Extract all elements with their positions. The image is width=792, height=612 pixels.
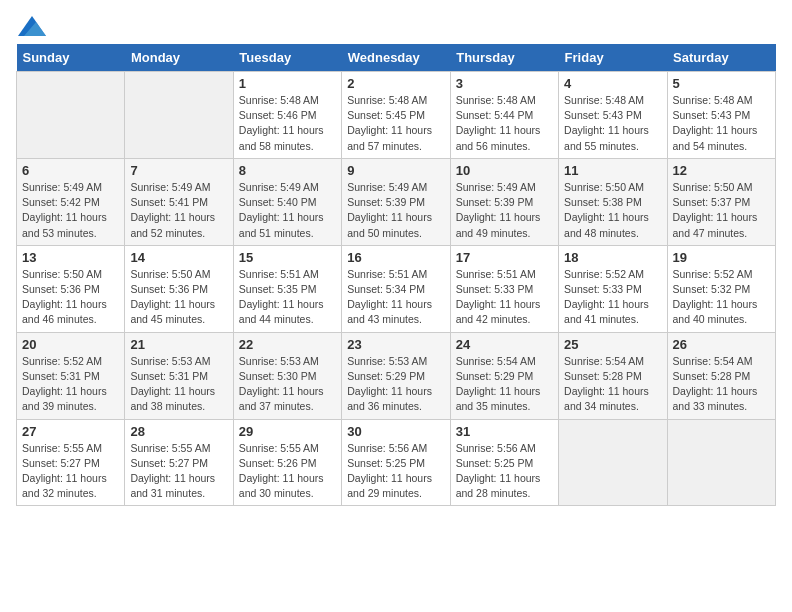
day-number: 11 [564,163,661,178]
day-info: Sunrise: 5:49 AM Sunset: 5:39 PM Dayligh… [347,180,444,241]
weekday-header-saturday: Saturday [667,44,775,72]
day-number: 1 [239,76,336,91]
weekday-header-thursday: Thursday [450,44,558,72]
day-number: 19 [673,250,770,265]
calendar-cell: 21Sunrise: 5:53 AM Sunset: 5:31 PM Dayli… [125,332,233,419]
calendar-cell [17,72,125,159]
day-number: 21 [130,337,227,352]
day-info: Sunrise: 5:49 AM Sunset: 5:40 PM Dayligh… [239,180,336,241]
day-info: Sunrise: 5:53 AM Sunset: 5:29 PM Dayligh… [347,354,444,415]
day-number: 23 [347,337,444,352]
calendar-cell: 11Sunrise: 5:50 AM Sunset: 5:38 PM Dayli… [559,158,667,245]
calendar-cell: 2Sunrise: 5:48 AM Sunset: 5:45 PM Daylig… [342,72,450,159]
day-info: Sunrise: 5:55 AM Sunset: 5:27 PM Dayligh… [130,441,227,502]
day-info: Sunrise: 5:52 AM Sunset: 5:32 PM Dayligh… [673,267,770,328]
calendar-cell: 3Sunrise: 5:48 AM Sunset: 5:44 PM Daylig… [450,72,558,159]
day-number: 10 [456,163,553,178]
day-number: 16 [347,250,444,265]
day-info: Sunrise: 5:48 AM Sunset: 5:43 PM Dayligh… [564,93,661,154]
weekday-header-row: SundayMondayTuesdayWednesdayThursdayFrid… [17,44,776,72]
calendar-cell: 29Sunrise: 5:55 AM Sunset: 5:26 PM Dayli… [233,419,341,506]
day-info: Sunrise: 5:51 AM Sunset: 5:33 PM Dayligh… [456,267,553,328]
day-info: Sunrise: 5:52 AM Sunset: 5:31 PM Dayligh… [22,354,119,415]
day-info: Sunrise: 5:52 AM Sunset: 5:33 PM Dayligh… [564,267,661,328]
week-row-5: 27Sunrise: 5:55 AM Sunset: 5:27 PM Dayli… [17,419,776,506]
calendar-cell: 22Sunrise: 5:53 AM Sunset: 5:30 PM Dayli… [233,332,341,419]
day-info: Sunrise: 5:50 AM Sunset: 5:36 PM Dayligh… [130,267,227,328]
calendar-cell: 16Sunrise: 5:51 AM Sunset: 5:34 PM Dayli… [342,245,450,332]
calendar-cell: 15Sunrise: 5:51 AM Sunset: 5:35 PM Dayli… [233,245,341,332]
day-info: Sunrise: 5:48 AM Sunset: 5:43 PM Dayligh… [673,93,770,154]
day-info: Sunrise: 5:50 AM Sunset: 5:38 PM Dayligh… [564,180,661,241]
day-info: Sunrise: 5:49 AM Sunset: 5:42 PM Dayligh… [22,180,119,241]
day-info: Sunrise: 5:50 AM Sunset: 5:36 PM Dayligh… [22,267,119,328]
week-row-3: 13Sunrise: 5:50 AM Sunset: 5:36 PM Dayli… [17,245,776,332]
calendar-cell: 10Sunrise: 5:49 AM Sunset: 5:39 PM Dayli… [450,158,558,245]
calendar-cell: 18Sunrise: 5:52 AM Sunset: 5:33 PM Dayli… [559,245,667,332]
calendar-cell: 26Sunrise: 5:54 AM Sunset: 5:28 PM Dayli… [667,332,775,419]
calendar-cell: 5Sunrise: 5:48 AM Sunset: 5:43 PM Daylig… [667,72,775,159]
calendar-cell [559,419,667,506]
day-info: Sunrise: 5:53 AM Sunset: 5:31 PM Dayligh… [130,354,227,415]
day-number: 17 [456,250,553,265]
day-number: 25 [564,337,661,352]
day-info: Sunrise: 5:50 AM Sunset: 5:37 PM Dayligh… [673,180,770,241]
day-number: 22 [239,337,336,352]
day-number: 2 [347,76,444,91]
weekday-header-monday: Monday [125,44,233,72]
day-number: 15 [239,250,336,265]
week-row-2: 6Sunrise: 5:49 AM Sunset: 5:42 PM Daylig… [17,158,776,245]
calendar-cell: 28Sunrise: 5:55 AM Sunset: 5:27 PM Dayli… [125,419,233,506]
calendar-cell: 27Sunrise: 5:55 AM Sunset: 5:27 PM Dayli… [17,419,125,506]
day-info: Sunrise: 5:56 AM Sunset: 5:25 PM Dayligh… [347,441,444,502]
day-number: 4 [564,76,661,91]
calendar-cell: 25Sunrise: 5:54 AM Sunset: 5:28 PM Dayli… [559,332,667,419]
day-number: 13 [22,250,119,265]
weekday-header-wednesday: Wednesday [342,44,450,72]
day-number: 27 [22,424,119,439]
logo [16,16,46,32]
calendar-cell: 30Sunrise: 5:56 AM Sunset: 5:25 PM Dayli… [342,419,450,506]
weekday-header-friday: Friday [559,44,667,72]
day-number: 28 [130,424,227,439]
calendar-cell: 8Sunrise: 5:49 AM Sunset: 5:40 PM Daylig… [233,158,341,245]
day-info: Sunrise: 5:56 AM Sunset: 5:25 PM Dayligh… [456,441,553,502]
weekday-header-sunday: Sunday [17,44,125,72]
day-info: Sunrise: 5:48 AM Sunset: 5:44 PM Dayligh… [456,93,553,154]
day-number: 6 [22,163,119,178]
calendar-cell: 14Sunrise: 5:50 AM Sunset: 5:36 PM Dayli… [125,245,233,332]
calendar-cell: 13Sunrise: 5:50 AM Sunset: 5:36 PM Dayli… [17,245,125,332]
day-number: 31 [456,424,553,439]
calendar-cell: 24Sunrise: 5:54 AM Sunset: 5:29 PM Dayli… [450,332,558,419]
calendar-cell: 9Sunrise: 5:49 AM Sunset: 5:39 PM Daylig… [342,158,450,245]
logo-icon [18,16,46,36]
calendar-cell [667,419,775,506]
calendar-cell: 17Sunrise: 5:51 AM Sunset: 5:33 PM Dayli… [450,245,558,332]
day-info: Sunrise: 5:54 AM Sunset: 5:28 PM Dayligh… [673,354,770,415]
day-info: Sunrise: 5:53 AM Sunset: 5:30 PM Dayligh… [239,354,336,415]
calendar-cell: 6Sunrise: 5:49 AM Sunset: 5:42 PM Daylig… [17,158,125,245]
day-number: 9 [347,163,444,178]
day-info: Sunrise: 5:51 AM Sunset: 5:35 PM Dayligh… [239,267,336,328]
day-number: 20 [22,337,119,352]
calendar-cell [125,72,233,159]
calendar-cell: 1Sunrise: 5:48 AM Sunset: 5:46 PM Daylig… [233,72,341,159]
day-info: Sunrise: 5:49 AM Sunset: 5:41 PM Dayligh… [130,180,227,241]
calendar-cell: 4Sunrise: 5:48 AM Sunset: 5:43 PM Daylig… [559,72,667,159]
day-number: 30 [347,424,444,439]
day-info: Sunrise: 5:49 AM Sunset: 5:39 PM Dayligh… [456,180,553,241]
day-number: 12 [673,163,770,178]
day-number: 18 [564,250,661,265]
day-number: 3 [456,76,553,91]
calendar-cell: 19Sunrise: 5:52 AM Sunset: 5:32 PM Dayli… [667,245,775,332]
calendar-cell: 12Sunrise: 5:50 AM Sunset: 5:37 PM Dayli… [667,158,775,245]
day-info: Sunrise: 5:55 AM Sunset: 5:27 PM Dayligh… [22,441,119,502]
calendar-cell: 31Sunrise: 5:56 AM Sunset: 5:25 PM Dayli… [450,419,558,506]
day-info: Sunrise: 5:51 AM Sunset: 5:34 PM Dayligh… [347,267,444,328]
day-info: Sunrise: 5:48 AM Sunset: 5:45 PM Dayligh… [347,93,444,154]
day-number: 14 [130,250,227,265]
week-row-1: 1Sunrise: 5:48 AM Sunset: 5:46 PM Daylig… [17,72,776,159]
page-header [16,16,776,32]
week-row-4: 20Sunrise: 5:52 AM Sunset: 5:31 PM Dayli… [17,332,776,419]
day-number: 7 [130,163,227,178]
